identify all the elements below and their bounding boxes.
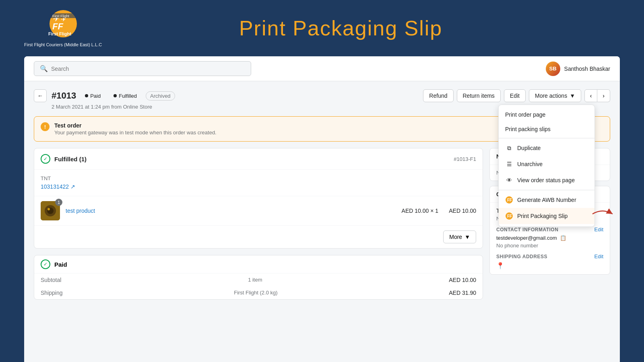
search-icon: 🔍	[40, 65, 48, 72]
fulfilled-title: Fulfilled (1)	[54, 156, 87, 162]
top-bar: 🔍 SB Santhosh Bhaskar	[24, 56, 620, 81]
page-header: ✈ ✈ FF First Flight First Flight First F…	[0, 0, 644, 56]
back-button[interactable]: ←	[34, 89, 47, 102]
dropdown-print-packing[interactable]: Print packing slips	[499, 122, 594, 136]
order-number: #1013	[52, 90, 76, 101]
dropdown-unarchive[interactable]: ☰ Unarchive	[499, 156, 594, 172]
shipping-row: Shipping First Flight (2.0 kg) AED 31.90	[34, 286, 483, 299]
badge-archived: Archived	[146, 91, 175, 101]
fulfilled-card: ✓ Fulfilled (1) #1013-F1 TNT 103131422 ↗	[34, 148, 483, 249]
order-header: ← #1013 Paid Fulfilled Archived Refund R…	[34, 89, 610, 102]
shipping-edit-button[interactable]: Edit	[594, 253, 603, 259]
badge-fulfilled: Fulfilled	[109, 92, 141, 100]
subtotal-items: 1 item	[248, 277, 262, 283]
order-page: ← #1013 Paid Fulfilled Archived Refund R…	[24, 81, 620, 362]
shipping-amount: AED 31.90	[449, 290, 476, 296]
contact-phone: No phone number	[496, 243, 603, 249]
dropdown-view-status[interactable]: 👁 View order status page	[499, 172, 594, 188]
product-price: AED 10.00 × 1	[402, 208, 438, 214]
svg-text:FF: FF	[507, 198, 512, 202]
fulfilled-card-body: TNT 103131422 ↗	[34, 170, 483, 196]
logo-subtitle: First Flight Couriers (Middle East) L.L.…	[24, 42, 102, 47]
alert-content: Test order Your payment gateway was in t…	[54, 122, 217, 136]
alert-icon: !	[41, 122, 50, 131]
packaging-icon: FF	[505, 212, 513, 220]
fulfilled-card-header: ✓ Fulfilled (1) #1013-F1	[34, 148, 483, 170]
badge-paid: Paid	[81, 92, 105, 100]
subtotal-amount: AED 10.00	[449, 277, 476, 283]
product-total: AED 10.00	[444, 208, 476, 214]
duplicate-icon: ⧉	[505, 144, 513, 152]
shipping-label: Shipping	[41, 290, 63, 296]
more-btn-row: More ▼	[34, 225, 483, 248]
svg-text:FF: FF	[52, 21, 63, 31]
dropdown-menu: Print order page Print packing slips ⧉ D…	[498, 105, 595, 227]
user-name: Santhosh Bhaskar	[564, 66, 610, 72]
nav-arrows: ‹ ›	[584, 89, 610, 102]
paid-dot	[85, 94, 88, 97]
alert-description: Your payment gateway was in test mode wh…	[54, 130, 217, 136]
shipping-info: First Flight (2.0 kg)	[234, 290, 277, 296]
fulfilled-check-icon: ✓	[41, 154, 50, 164]
chevron-down-icon: ▼	[570, 93, 575, 99]
svg-text:First Flight: First Flight	[52, 14, 70, 18]
prev-order-button[interactable]: ‹	[584, 89, 597, 102]
contact-edit-button[interactable]: Edit	[594, 226, 603, 232]
eye-icon: 👁	[505, 176, 513, 184]
fulfilled-ref: #1013-F1	[454, 156, 476, 162]
payment-title: Paid	[54, 261, 67, 268]
return-items-button[interactable]: Return items	[457, 89, 501, 102]
dropdown-duplicate[interactable]: ⧉ Duplicate	[499, 140, 594, 156]
page-title: Print Packaging Slip	[126, 16, 555, 40]
payment-header: ✓ Paid	[34, 255, 483, 274]
order-actions: Refund Return items Edit More actions ▼ …	[423, 89, 610, 102]
refund-button[interactable]: Refund	[423, 89, 453, 102]
next-order-button[interactable]: ›	[597, 89, 610, 102]
alert-title: Test order	[54, 122, 217, 129]
dropdown-divider-1	[499, 138, 594, 138]
tracking-link[interactable]: 103131422 ↗	[41, 183, 75, 190]
svg-point-14	[47, 208, 50, 210]
search-input[interactable]	[51, 66, 245, 72]
arrow-annotation	[588, 206, 617, 222]
main-content: 🔍 SB Santhosh Bhaskar ← #1013 Paid Fulfi…	[24, 56, 620, 362]
svg-text:First Flight: First Flight	[48, 31, 71, 36]
map-icon: 📍	[496, 262, 504, 269]
product-quantity-badge: 1	[55, 199, 62, 206]
dropdown-print-packaging[interactable]: FF Print Packaging Slip	[499, 208, 594, 224]
shipping-icon-row: 📍	[496, 262, 603, 269]
avatar: SB	[546, 62, 560, 76]
search-bar[interactable]: 🔍	[34, 61, 251, 76]
payment-card: ✓ Paid Subtotal 1 item AED 10.00 Shippin…	[34, 255, 483, 300]
product-image-wrap: 1	[41, 201, 60, 220]
subtotal-label: Subtotal	[41, 277, 61, 283]
company-logo: ✈ ✈ FF First Flight First Flight	[41, 9, 85, 41]
dropdown-print-order[interactable]: Print order page	[499, 107, 594, 122]
svg-text:FF: FF	[507, 214, 512, 218]
carrier-label: TNT	[41, 175, 476, 181]
more-button[interactable]: More ▼	[443, 230, 476, 243]
edit-button[interactable]: Edit	[504, 89, 526, 102]
copy-icon[interactable]: 📋	[560, 235, 566, 241]
product-row: 1 test product AED 10.00 × 1 AED 10.00	[34, 196, 483, 225]
chevron-down-icon: ▼	[464, 234, 470, 240]
logo-area: ✈ ✈ FF First Flight First Flight First F…	[24, 9, 102, 47]
more-actions-button[interactable]: More actions ▼	[529, 89, 581, 102]
contact-email: testdeveloper@gmail.com 📋	[496, 235, 603, 241]
unarchive-icon: ☰	[505, 160, 513, 168]
left-column: ✓ Fulfilled (1) #1013-F1 TNT 103131422 ↗	[34, 148, 483, 306]
subtotal-row: Subtotal 1 item AED 10.00	[34, 274, 483, 286]
user-area: SB Santhosh Bhaskar	[546, 62, 610, 76]
shipping-section: SHIPPING ADDRESS Edit 📍	[496, 253, 603, 269]
awb-icon: FF	[505, 196, 513, 204]
fulfilled-dot	[114, 94, 117, 97]
contact-section-label: CONTACT INFORMATION Edit	[496, 226, 603, 232]
paid-check-icon: ✓	[41, 259, 50, 269]
dropdown-generate-awb[interactable]: FF Generate AWB Number	[499, 192, 594, 208]
dropdown-divider-2	[499, 190, 594, 190]
shipping-section-label: SHIPPING ADDRESS Edit	[496, 253, 603, 259]
product-name-link[interactable]: test product	[66, 208, 95, 214]
